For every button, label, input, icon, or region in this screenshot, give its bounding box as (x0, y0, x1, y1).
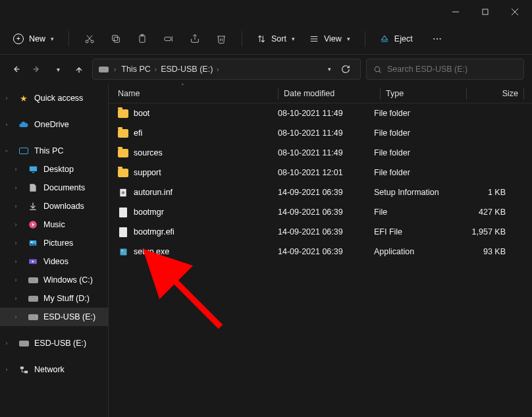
file-date: 08-10-2021 11:49 (278, 109, 374, 118)
search-box[interactable] (366, 59, 524, 80)
file-date: 14-09-2021 06:39 (278, 227, 374, 236)
file-row[interactable]: efi08-10-2021 11:49File folder (109, 123, 532, 143)
file-name: support (134, 168, 161, 177)
star-icon: ★ (18, 93, 29, 103)
close-button[interactable] (500, 2, 529, 22)
view-icon (309, 34, 319, 43)
file-name: autorun.inf (134, 188, 173, 197)
svg-rect-9 (113, 35, 118, 40)
file-type: File folder (374, 168, 454, 177)
more-button[interactable] (425, 26, 450, 51)
sidebar-item-esdusb-e[interactable]: ›ESD-USB (E:) (0, 308, 108, 326)
file-type: File (374, 208, 454, 217)
refresh-button[interactable] (336, 65, 355, 74)
column-date[interactable]: Date modified (284, 89, 380, 98)
sidebar-item-quick-access[interactable]: ›★Quick access (0, 89, 108, 107)
address-bar[interactable]: › This PC › ESD-USB (E:) › ▾ (92, 59, 361, 80)
sidebar-item-network[interactable]: ›Network (0, 360, 108, 379)
sidebar-item-pictures[interactable]: ›Pictures (0, 234, 108, 252)
separator (68, 31, 69, 47)
desktop-icon (28, 164, 38, 175)
new-button[interactable]: + New ▾ (7, 30, 61, 48)
file-row[interactable]: sources08-10-2021 11:49File folder (109, 143, 532, 163)
search-input[interactable] (387, 65, 517, 74)
chevron-down-icon: ▾ (347, 36, 350, 42)
file-row[interactable]: boot08-10-2021 11:49File folder (109, 103, 532, 123)
svg-rect-1 (483, 9, 488, 14)
sidebar-item-downloads[interactable]: ›Downloads (0, 197, 108, 215)
file-icon (118, 128, 128, 138)
svg-rect-39 (24, 370, 28, 373)
drive-icon (28, 275, 38, 285)
file-row[interactable]: bootmgr.efi14-09-2021 06:39EFI File1,957… (109, 222, 532, 242)
recent-button[interactable]: ▾ (50, 61, 66, 77)
back-button[interactable] (8, 61, 24, 77)
chevron-right-icon: › (217, 66, 219, 73)
svg-point-28 (375, 67, 380, 72)
svg-point-24 (439, 38, 440, 39)
copy-button[interactable] (103, 26, 128, 51)
file-name: bootmgr.efi (134, 227, 174, 236)
share-button[interactable] (182, 26, 207, 51)
delete-button[interactable] (209, 26, 234, 51)
forward-button[interactable] (29, 61, 45, 77)
file-date: 08-10-2021 12:01 (278, 168, 374, 177)
sidebar-item-mystuff-d[interactable]: ›My Stuff (D:) (0, 289, 108, 308)
sidebar-item-desktop[interactable]: ›Desktop (0, 160, 108, 179)
eject-label: Eject (394, 34, 413, 43)
downloads-icon (28, 201, 38, 211)
rename-button[interactable] (156, 26, 181, 51)
svg-rect-44 (120, 248, 126, 255)
file-name: setup.exe (134, 247, 169, 256)
file-date: 14-09-2021 06:39 (278, 208, 374, 217)
sidebar-item-esdusb-e-2[interactable]: ›ESD-USB (E:) (0, 334, 108, 352)
file-date: 14-09-2021 06:39 (278, 188, 374, 197)
pictures-icon (28, 238, 38, 248)
up-button[interactable] (71, 61, 87, 77)
file-list: ˄ Name Date modified Type Size boot08-10… (109, 84, 532, 417)
sidebar: ›★Quick access ›OneDrive ›This PC ›Deskt… (0, 84, 109, 417)
file-icon (118, 207, 128, 217)
sidebar-item-music[interactable]: ›Music (0, 215, 108, 234)
titlebar (0, 0, 532, 23)
file-type: EFI File (374, 227, 454, 236)
chevron-down-icon: ▾ (51, 36, 54, 42)
minimize-button[interactable] (440, 2, 470, 22)
view-button[interactable]: View ▾ (303, 30, 357, 47)
drive-icon (28, 293, 38, 304)
file-date: 08-10-2021 11:49 (278, 148, 374, 157)
sidebar-item-documents[interactable]: ›Documents (0, 179, 108, 197)
file-name: efi (134, 128, 142, 138)
column-headers: ˄ Name Date modified Type Size (109, 84, 532, 103)
file-row[interactable]: autorun.inf14-09-2021 06:39Setup Informa… (109, 182, 532, 202)
breadcrumb-thispc[interactable]: This PC (121, 65, 150, 74)
sort-button[interactable]: Sort ▾ (250, 30, 302, 47)
breadcrumb-esdusb[interactable]: ESD-USB (E:) (161, 65, 213, 74)
cut-button[interactable] (77, 26, 102, 51)
column-type[interactable]: Type (386, 89, 466, 98)
svg-rect-45 (121, 250, 123, 252)
drive-icon (98, 64, 109, 74)
column-size[interactable]: Size (472, 89, 523, 98)
file-type: File folder (374, 148, 454, 157)
file-type: Setup Information (374, 188, 454, 197)
search-icon (373, 65, 382, 74)
svg-point-23 (437, 38, 438, 39)
column-name[interactable]: Name (118, 89, 278, 98)
sidebar-item-onedrive[interactable]: ›OneDrive (0, 115, 108, 134)
chevron-down-icon[interactable]: ▾ (328, 66, 331, 72)
file-size: 1,957 KB (454, 227, 506, 236)
drive-icon (28, 312, 38, 322)
eject-button[interactable]: Eject (373, 30, 419, 47)
file-row[interactable]: bootmgr14-09-2021 06:39File427 KB (109, 202, 532, 222)
file-row[interactable]: support08-10-2021 12:01File folder (109, 163, 532, 182)
breadcrumb: This PC › ESD-USB (E:) › (121, 65, 323, 74)
toolbar: + New ▾ Sort ▾ View ▾ Eject (0, 23, 532, 55)
sidebar-item-thispc[interactable]: ›This PC (0, 142, 108, 160)
paste-button[interactable] (130, 26, 155, 51)
chevron-right-icon: › (155, 66, 157, 73)
sidebar-item-windows-c[interactable]: ›Windows (C:) (0, 271, 108, 289)
file-row[interactable]: setup.exe14-09-2021 06:39Application93 K… (109, 242, 532, 262)
sidebar-item-videos[interactable]: ›Videos (0, 252, 108, 271)
maximize-button[interactable] (470, 2, 500, 22)
